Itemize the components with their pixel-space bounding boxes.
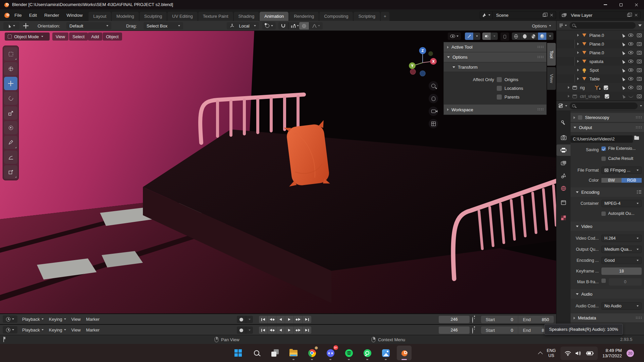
snap-toggle[interactable] — [278, 22, 288, 29]
file-extensions-checkbox[interactable] — [601, 146, 606, 151]
eye-icon[interactable] — [628, 68, 633, 72]
outliner-row-spatula[interactable]: spatula — [556, 57, 644, 66]
outliner-row-table[interactable]: Table — [556, 74, 644, 83]
tab-tool[interactable] — [556, 117, 571, 128]
tab-render[interactable] — [556, 132, 571, 143]
play-button[interactable] — [285, 326, 294, 334]
parents-checkbox[interactable] — [497, 95, 502, 100]
outliner-row-plane2[interactable]: Plane.0 — [556, 40, 644, 48]
editor-type-dropdown[interactable] — [3, 326, 17, 334]
add-workspace-button[interactable]: + — [381, 12, 389, 21]
pivot-point-dropdown[interactable] — [262, 22, 276, 29]
scene-name[interactable]: Scene — [493, 13, 543, 18]
show-gizmos-toggle[interactable] — [465, 33, 474, 40]
tool-move[interactable] — [4, 77, 17, 90]
color-rgb-button[interactable]: RGB — [622, 178, 642, 183]
visibility-dropdown[interactable] — [448, 33, 461, 40]
viewport-menu-object[interactable]: Object — [103, 33, 122, 41]
tab-texture[interactable] — [556, 212, 571, 224]
expand-icon[interactable] — [568, 95, 570, 98]
zoom-button[interactable] — [429, 81, 438, 90]
properties-search-input[interactable] — [570, 103, 638, 109]
outliner-row-plane3[interactable]: Plane.0 — [556, 48, 644, 57]
marker-menu[interactable]: Marker — [83, 325, 102, 335]
whatsapp-button[interactable] — [360, 346, 375, 360]
tray-expand-icon[interactable] — [538, 352, 543, 356]
minimize-button[interactable] — [598, 0, 613, 9]
panel-metadata[interactable]: Metadata — [571, 313, 644, 323]
current-frame-field[interactable]: 246 — [439, 316, 470, 323]
play-reverse-button[interactable] — [276, 326, 285, 334]
next-keyframe-button[interactable] — [294, 326, 303, 334]
chevron-down-icon[interactable] — [640, 105, 642, 107]
viewport-menu-view[interactable]: View — [52, 33, 68, 41]
file-format-dropdown[interactable]: FFmpeg ... — [601, 167, 642, 174]
photos-button[interactable] — [378, 346, 393, 360]
proportional-falloff-dropdown[interactable] — [309, 22, 323, 29]
properties-editor-type-dropdown[interactable] — [558, 104, 567, 108]
eye-icon[interactable] — [628, 42, 633, 46]
scene-browse-dropdown[interactable] — [480, 11, 493, 19]
record-button[interactable] — [237, 316, 246, 323]
panel-encoding[interactable]: Encoding — [571, 187, 644, 197]
file-extensions-row[interactable]: File Extensio... — [601, 146, 636, 151]
maximize-button[interactable] — [613, 0, 629, 9]
eye-icon[interactable] — [628, 34, 633, 37]
expand-icon[interactable] — [577, 77, 579, 80]
panel-active-tool[interactable]: Active Tool — [444, 42, 546, 52]
max-b-frames-checkbox[interactable] — [601, 279, 606, 283]
tab-layout[interactable]: Layout — [89, 12, 111, 21]
start-frame-field[interactable]: Start0 — [481, 328, 518, 333]
outliner-search-input[interactable] — [570, 22, 636, 29]
shading-rendered-button[interactable] — [538, 33, 547, 40]
play-button[interactable] — [285, 316, 294, 323]
overlays-dropdown[interactable] — [491, 33, 498, 40]
drag-grip-icon[interactable] — [636, 318, 641, 318]
navigation-gizmo[interactable]: Z Y X — [407, 46, 439, 78]
spotify-button[interactable] — [341, 346, 356, 360]
selectable-icon[interactable] — [621, 59, 626, 64]
mode-dropdown[interactable]: Object Mode — [5, 33, 50, 41]
prev-keyframe-button[interactable] — [268, 316, 276, 323]
show-overlays-toggle[interactable] — [482, 33, 491, 40]
tool-measure[interactable] — [4, 150, 17, 164]
keying-set-dropdown[interactable] — [246, 316, 253, 323]
origins-checkbox[interactable] — [497, 77, 502, 82]
drag-dropdown[interactable]: Select Box — [144, 22, 183, 29]
camera-icon[interactable] — [637, 34, 642, 37]
options-dropdown[interactable]: Options — [532, 22, 551, 29]
shading-solid-button[interactable] — [521, 33, 529, 40]
expand-icon[interactable] — [568, 86, 570, 89]
menu-edit[interactable]: Edit — [25, 9, 41, 21]
language-switcher[interactable]: ENG US — [547, 348, 556, 358]
viewport-menu-select[interactable]: Select — [69, 33, 88, 41]
menu-render[interactable]: Render — [41, 9, 63, 21]
selectable-icon[interactable] — [621, 50, 626, 55]
outliner-row-plane1[interactable]: Plane.0 — [556, 31, 644, 40]
add-view-layer-icon[interactable] — [627, 14, 630, 17]
tool-transform[interactable] — [4, 121, 17, 134]
encoding-speed-dropdown[interactable]: Good — [601, 257, 642, 264]
file-explorer-button[interactable] — [286, 346, 301, 360]
tab-view-layer[interactable] — [556, 157, 571, 169]
play-reverse-button[interactable] — [276, 316, 285, 323]
new-scene-icon[interactable] — [543, 14, 546, 17]
jump-to-start-button[interactable] — [259, 326, 268, 334]
viewport-menu-add[interactable]: Add — [88, 33, 102, 41]
browse-folder-button[interactable] — [634, 136, 639, 140]
pan-hand-button[interactable] — [429, 94, 438, 103]
quality-dropdown[interactable]: Medium Qua... — [601, 246, 642, 253]
search-button[interactable] — [249, 346, 264, 360]
tab-world[interactable] — [556, 183, 571, 194]
view-layer-name[interactable]: View Layer — [569, 13, 627, 18]
selectable-icon[interactable] — [621, 68, 626, 72]
use-preview-range-button[interactable] — [472, 328, 473, 334]
record-button[interactable] — [237, 326, 246, 334]
3d-viewport[interactable]: Object Mode View Select Add Object — [0, 31, 556, 313]
marker-menu[interactable]: Marker — [83, 314, 102, 324]
transform-orientation-dropdown[interactable]: Local — [227, 22, 259, 29]
keyframe-interval-slider[interactable]: 18 — [601, 267, 642, 275]
remove-view-layer-icon[interactable] — [634, 13, 638, 17]
tool-select-box[interactable] — [4, 47, 17, 61]
max-b-frames-field[interactable]: 0 — [609, 278, 642, 286]
